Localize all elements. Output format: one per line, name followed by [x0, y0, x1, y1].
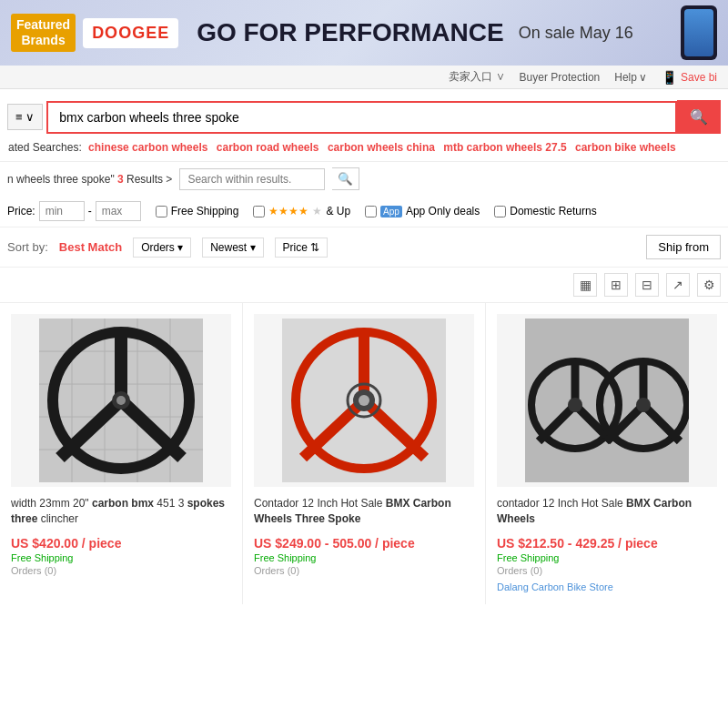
search-input[interactable] — [46, 101, 677, 134]
view-share-icon[interactable]: ↗ — [666, 273, 690, 297]
sort-label: Sort by: — [7, 240, 48, 254]
banner-headline: GO FOR PERFORMANCE — [197, 18, 504, 47]
ship-from-button[interactable]: Ship from — [646, 235, 721, 259]
free-shipping-checkbox[interactable] — [156, 206, 167, 217]
brand-logo[interactable]: DOOGEE — [83, 18, 178, 48]
star-rating-filter[interactable]: ★★★★★ & Up — [253, 205, 350, 217]
domestic-returns-filter[interactable]: Domestic Returns — [494, 205, 596, 217]
price-filter: Price: - — [7, 201, 141, 221]
sort-newest[interactable]: Newest ▾ — [202, 238, 263, 258]
products-wrapper: width 23mm 20" carbon bmx 451 3 spokes t… — [0, 303, 728, 604]
wheel-svg-1 — [39, 318, 203, 482]
price-min-input[interactable] — [39, 201, 85, 221]
search-section: ≡ ∨ 🔍 ated Searches: chinese carbon whee… — [0, 89, 728, 162]
view-settings-icon[interactable]: ⚙ — [697, 273, 721, 297]
view-expand-icon[interactable]: ⊞ — [604, 273, 628, 297]
promo-banner: Featured Brands DOOGEE GO FOR PERFORMANC… — [0, 0, 728, 66]
sort-orders[interactable]: Orders ▾ — [133, 238, 191, 258]
menu-icon[interactable]: ≡ ∨ — [7, 104, 43, 130]
stars-icon: ★★★★ — [268, 205, 308, 217]
brands-label: Brands — [16, 33, 70, 48]
product-title-3: contador 12 Inch Hot Sale BMX Carbon Whe… — [497, 496, 717, 529]
products-grid: width 23mm 20" carbon bmx 451 3 spokes t… — [0, 303, 728, 604]
product-title-2: Contador 12 Inch Hot Sale BMX Carbon Whe… — [254, 496, 474, 529]
top-navigation: 卖家入口 ∨ Buyer Protection Help ∨ 📱 Save bi — [0, 66, 728, 89]
view-grid-icon[interactable]: ▦ — [573, 273, 597, 297]
star-rating-checkbox[interactable] — [253, 206, 265, 217]
search-within-button[interactable]: 🔍 — [332, 167, 359, 190]
svg-point-33 — [636, 398, 651, 412]
view-icons-bar: ▦ ⊞ ⊟ ↗ ⚙ — [0, 268, 728, 303]
view-list-icon[interactable]: ⊟ — [635, 273, 659, 297]
free-shipping-filter[interactable]: Free Shipping — [156, 205, 239, 217]
product-card-3[interactable]: contador 12 Inch Hot Sale BMX Carbon Whe… — [486, 303, 728, 604]
wheel-svg-3 — [525, 318, 689, 482]
featured-brands-badge[interactable]: Featured Brands — [11, 14, 76, 52]
featured-label: Featured — [16, 17, 70, 33]
related-link-1[interactable]: chinese carbon wheels — [88, 141, 207, 154]
product-price-2: US $249.00 - 505.00 / piece — [254, 536, 474, 551]
product-shipping-2: Free Shipping — [254, 552, 474, 563]
product-store-3[interactable]: Dalang Carbon Bike Store — [497, 581, 613, 592]
product-price-3: US $212.50 - 429.25 / piece — [497, 536, 717, 551]
domestic-returns-checkbox[interactable] — [494, 206, 506, 217]
sort-bar: Sort by: Best Match Orders ▾ Newest ▾ Pr… — [0, 228, 728, 268]
product-orders-2: Orders (0) — [254, 565, 474, 576]
results-query: n wheels three spoke" 3 Results > — [7, 173, 172, 186]
product-orders-3: Orders (0) — [497, 565, 717, 576]
svg-rect-23 — [525, 318, 689, 482]
related-link-4[interactable]: mtb carbon wheels 27.5 — [443, 141, 566, 154]
svg-point-21 — [359, 395, 369, 406]
search-row: ≡ ∨ 🔍 — [0, 96, 728, 137]
help-link[interactable]: Help ∨ — [614, 71, 647, 84]
price-max-input[interactable] — [96, 201, 141, 221]
results-count: 3 — [117, 173, 124, 186]
product-shipping-3: Free Shipping — [497, 552, 717, 563]
product-orders-1: Orders (0) — [11, 565, 231, 576]
product-image-3 — [497, 314, 717, 487]
save-big-link[interactable]: 📱 Save bi — [662, 70, 717, 85]
related-link-3[interactable]: carbon wheels china — [328, 141, 435, 154]
buyer-protection-link[interactable]: Buyer Protection — [520, 71, 601, 84]
related-link-5[interactable]: carbon bike wheels — [575, 141, 676, 154]
svg-point-28 — [568, 398, 582, 412]
search-icon: 🔍 — [690, 109, 708, 125]
search-within-input[interactable] — [179, 168, 325, 190]
phone-icon: 📱 — [662, 70, 677, 85]
filter-bar: Price: - Free Shipping ★★★★★ & Up App Ap… — [0, 196, 728, 228]
product-card-2[interactable]: Contador 12 Inch Hot Sale BMX Carbon Whe… — [243, 303, 485, 604]
related-link-2[interactable]: carbon road wheels — [217, 141, 319, 154]
product-shipping-1: Free Shipping — [11, 552, 231, 563]
related-searches: ated Searches: chinese carbon wheels car… — [0, 137, 728, 157]
phone-image — [681, 5, 717, 60]
seller-portal-link[interactable]: 卖家入口 ∨ — [449, 69, 504, 85]
product-image-2 — [254, 314, 474, 487]
product-price-1: US $420.00 / piece — [11, 536, 231, 551]
sort-price[interactable]: Price ⇅ — [275, 238, 329, 258]
banner-sale-text: On sale May 16 — [519, 24, 633, 43]
app-only-checkbox[interactable] — [365, 206, 377, 217]
search-input-wrap — [46, 101, 677, 134]
svg-point-14 — [116, 396, 126, 405]
results-bar: n wheels three spoke" 3 Results > 🔍 — [0, 162, 728, 196]
search-button[interactable]: 🔍 — [677, 100, 721, 134]
price-label: Price: — [7, 205, 35, 217]
product-image-1 — [11, 314, 231, 487]
product-title-1: width 23mm 20" carbon bmx 451 3 spokes t… — [11, 496, 231, 529]
app-only-filter[interactable]: App App Only deals — [365, 205, 480, 217]
sort-best-match[interactable]: Best Match — [59, 240, 122, 254]
product-card-1[interactable]: width 23mm 20" carbon bmx 451 3 spokes t… — [0, 303, 242, 604]
wheel-svg-2 — [282, 318, 446, 482]
